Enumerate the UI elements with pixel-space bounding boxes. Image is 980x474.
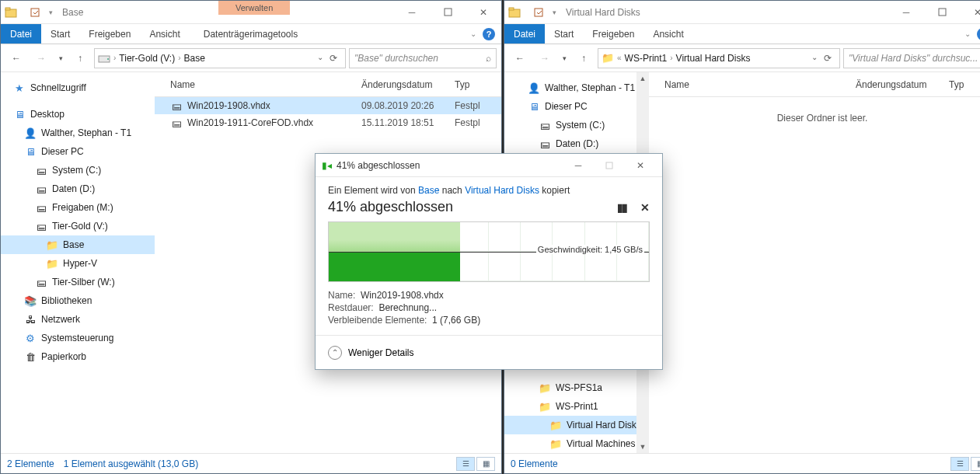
up-button[interactable]: ↑: [69, 47, 91, 69]
nav-drive-v[interactable]: 🖴Tier-Gold (V:): [1, 217, 155, 235]
forward-button[interactable]: →: [30, 47, 52, 69]
search-input[interactable]: "Virtual Hard Disks" durchsuc... ⌕: [843, 48, 980, 68]
nav-libraries[interactable]: 📚Bibliotheken: [1, 291, 155, 310]
nav-user[interactable]: 👤Walther, Stephan - T1: [504, 78, 649, 97]
help-icon[interactable]: ?: [977, 28, 980, 40]
crumb-sep[interactable]: ›: [668, 54, 674, 62]
ribbon-tab-share[interactable]: Freigeben: [583, 24, 643, 44]
recent-dropdown[interactable]: ▾: [559, 47, 570, 69]
col-type[interactable]: Typ: [455, 79, 501, 90]
column-headers: Name Änderungsdatum Typ: [155, 72, 501, 97]
properties-icon[interactable]: [530, 4, 547, 21]
ribbon-expand-icon[interactable]: ⌄: [964, 30, 971, 38]
nav-drive-m[interactable]: 🖴Freigaben (M:): [1, 198, 155, 217]
properties-icon[interactable]: [26, 4, 44, 21]
qat-dropdown-icon[interactable]: ▾: [549, 4, 560, 21]
address-dropdown-icon[interactable]: ⌄: [811, 53, 818, 64]
nav-trash[interactable]: 🗑Papierkorb: [1, 347, 155, 366]
ribbon-tab-file[interactable]: Datei: [1, 24, 41, 44]
nav-folder-vhd[interactable]: 📁Virtual Hard Disks: [504, 416, 649, 434]
ribbon-tab-file[interactable]: Datei: [504, 24, 545, 44]
view-icons-button[interactable]: ▦: [971, 457, 980, 471]
ribbon-expand-icon[interactable]: ⌄: [470, 30, 476, 38]
nav-user[interactable]: 👤Walther, Stephan - T1: [1, 124, 155, 142]
minimize-button[interactable]: ─: [394, 1, 430, 23]
crumb-folder[interactable]: Base: [183, 53, 204, 64]
maximize-button[interactable]: [924, 1, 960, 23]
user-icon: 👤: [24, 127, 37, 139]
crumb-sep[interactable]: «: [616, 54, 623, 62]
forward-button[interactable]: →: [534, 47, 556, 69]
crumb-sep[interactable]: ›: [176, 54, 182, 62]
close-button[interactable]: ✕: [960, 1, 980, 23]
drive-icon: 🖴: [35, 183, 47, 195]
transfer-icon: ▮◂: [322, 160, 332, 171]
minimize-button[interactable]: ─: [563, 160, 594, 171]
search-input[interactable]: "Base" durchsuchen ⌕: [349, 48, 497, 68]
file-row[interactable]: 🖴Win2019-1908.vhdx 09.08.2019 20:26 Fest…: [155, 97, 501, 114]
col-name[interactable]: Name: [664, 79, 856, 90]
cancel-button[interactable]: ✕: [640, 201, 650, 214]
nav-folder-vm[interactable]: 📁Virtual Machines: [504, 434, 649, 453]
refresh-icon[interactable]: ⟳: [819, 53, 836, 64]
view-icons-button[interactable]: ▦: [476, 457, 495, 471]
nav-this-pc[interactable]: 🖥Dieser PC: [1, 142, 155, 161]
maximize-button[interactable]: [430, 1, 466, 23]
nav-drive-d[interactable]: 🖴Daten (D:): [1, 179, 155, 198]
crumb-drive[interactable]: Tier-Gold (V:): [119, 53, 175, 64]
svg-rect-7: [509, 8, 514, 10]
source-link[interactable]: Base: [418, 185, 439, 196]
nav-network[interactable]: 🖧Netzwerk: [1, 310, 155, 329]
vhdx-icon: 🖴: [170, 99, 183, 112]
col-date[interactable]: Änderungsdatum: [361, 79, 455, 90]
ribbon-tab-view[interactable]: Ansicht: [643, 24, 692, 44]
nav-desktop[interactable]: 🖥Desktop: [1, 105, 155, 124]
pause-button[interactable]: ▮▮: [617, 201, 626, 214]
nav-folder-base[interactable]: 📁Base: [1, 235, 155, 254]
ribbon-tab-context[interactable]: Datenträgerimagetools: [194, 24, 307, 44]
address-dropdown-icon[interactable]: ⌄: [317, 53, 323, 64]
nav-drive-w[interactable]: 🖴Tier-Silber (W:): [1, 273, 155, 291]
ribbon-tab-start[interactable]: Start: [41, 24, 79, 44]
ribbon-tab-share[interactable]: Freigeben: [79, 24, 140, 44]
crumb-host[interactable]: WS-Print1: [625, 53, 668, 64]
nav-folder-print[interactable]: 📁WS-Print1: [504, 397, 649, 416]
ribbon-tab-start[interactable]: Start: [545, 24, 583, 44]
refresh-icon[interactable]: ⟳: [325, 53, 342, 64]
col-name[interactable]: Name: [170, 79, 361, 90]
view-details-button[interactable]: ☰: [456, 457, 475, 471]
netdrive-icon: 🖴: [35, 201, 47, 214]
qat-dropdown-icon[interactable]: ▾: [45, 4, 56, 21]
chevron-up-icon[interactable]: ⌃: [328, 346, 342, 360]
scroll-up-icon[interactable]: ▲: [636, 72, 649, 85]
nav-drive-c[interactable]: 🖴System (C:): [504, 116, 649, 134]
nav-control-panel[interactable]: ⚙Systemsteuerung: [1, 329, 155, 347]
empty-folder-message: Dieser Ordner ist leer.: [649, 97, 980, 124]
back-button[interactable]: ←: [509, 47, 531, 69]
address-bar[interactable]: 📁 « WS-Print1 › Virtual Hard Disks ⌄ ⟳: [598, 48, 840, 68]
nav-this-pc[interactable]: 🖥Dieser PC: [504, 97, 649, 116]
nav-folder-pfs[interactable]: 📁WS-PFS1a: [504, 378, 649, 397]
help-icon[interactable]: ?: [483, 28, 495, 40]
back-button[interactable]: ←: [5, 47, 27, 69]
close-button[interactable]: ✕: [466, 1, 501, 23]
up-button[interactable]: ↑: [573, 47, 595, 69]
nav-drive-c[interactable]: 🖴System (C:): [1, 161, 155, 179]
scroll-down-icon[interactable]: ▼: [636, 441, 649, 453]
col-type[interactable]: Typ: [949, 79, 980, 90]
address-bar[interactable]: › Tier-Gold (V:) › Base ⌄ ⟳: [94, 48, 346, 68]
ribbon-tab-view[interactable]: Ansicht: [140, 24, 189, 44]
crumb-folder[interactable]: Virtual Hard Disks: [676, 53, 751, 64]
file-row[interactable]: 🖴Win2019-1911-CoreFOD.vhdx 15.11.2019 18…: [155, 114, 501, 131]
fewer-details-button[interactable]: Weniger Details: [348, 347, 413, 358]
close-button[interactable]: ✕: [625, 160, 656, 171]
minimize-button[interactable]: ─: [888, 1, 924, 23]
nav-quick-access[interactable]: ★Schnellzugriff: [1, 78, 155, 97]
nav-drive-d[interactable]: 🖴Daten (D:): [504, 134, 649, 153]
dest-link[interactable]: Virtual Hard Disks: [465, 185, 539, 196]
col-date[interactable]: Änderungsdatum: [856, 79, 949, 90]
crumb-sep[interactable]: ›: [112, 54, 117, 62]
view-details-button[interactable]: ☰: [950, 457, 969, 471]
nav-folder-hyperv[interactable]: 📁Hyper-V: [1, 254, 155, 273]
recent-dropdown[interactable]: ▾: [55, 47, 66, 69]
